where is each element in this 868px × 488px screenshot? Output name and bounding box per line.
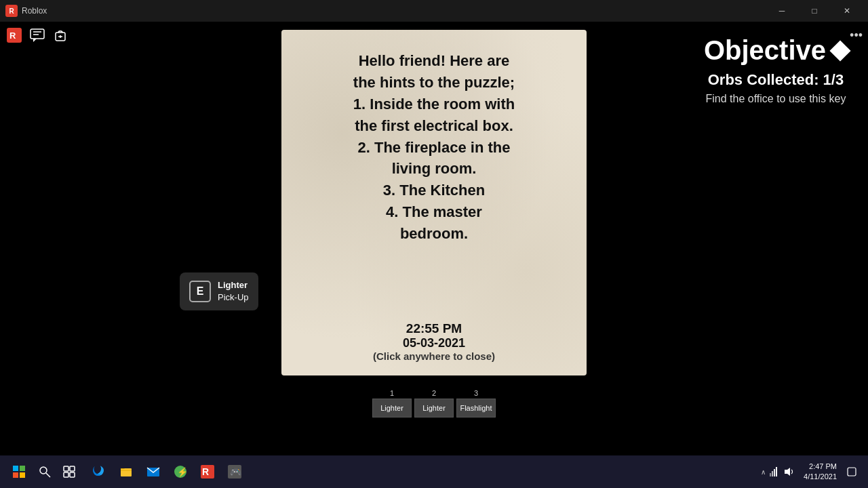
svg-rect-2	[31, 29, 44, 39]
chat-icon[interactable]	[28, 26, 46, 44]
maximize-button[interactable]: □	[799, 0, 830, 22]
window-title: Roblox	[22, 6, 766, 16]
svg-rect-9	[13, 466, 18, 471]
svg-rect-16	[70, 466, 75, 471]
pickup-info: Lighter Pick-Up	[218, 279, 249, 304]
system-clock: 2:47 PM 4/11/2021	[804, 462, 837, 483]
network-icon	[769, 466, 780, 477]
svg-text:⚡: ⚡	[177, 466, 187, 478]
pickup-prompt: E Lighter Pick-Up	[180, 272, 258, 310]
app-icon-4[interactable]: ⚡	[168, 460, 193, 484]
file-explorer-icon[interactable]	[114, 460, 138, 484]
svg-rect-27	[770, 473, 771, 476]
svg-point-13	[40, 467, 47, 474]
svg-rect-17	[64, 472, 68, 477]
window-controls: ─ □ ✕	[766, 0, 863, 22]
note-date: 05-03-2021	[373, 336, 495, 350]
roblox-taskbar-icon[interactable]: R	[195, 460, 220, 484]
pickup-action: Pick-Up	[218, 291, 249, 304]
backpack-icon[interactable]	[52, 26, 69, 44]
title-bar: R Roblox ─ □ ✕	[0, 0, 868, 22]
slot-1-label: Lighter	[372, 399, 412, 418]
tray-overflow-icon[interactable]: ∧	[761, 468, 766, 476]
game-area: Objective Orbs Collected: 1/3 Find the o…	[0, 22, 868, 455]
svg-rect-28	[772, 471, 773, 476]
minimize-button[interactable]: ─	[766, 0, 797, 22]
task-view-button[interactable]	[57, 460, 81, 484]
orbs-collected: Orbs Collected: 1/3	[704, 71, 848, 89]
close-button[interactable]: ✕	[831, 0, 863, 22]
tray-icons: ∧	[761, 466, 794, 477]
taskbar: ⚡ R 🎮 ∧	[0, 455, 868, 488]
hotbar: 1 Lighter 2 Lighter 3 Flashlight	[372, 389, 496, 418]
svg-rect-19	[121, 468, 132, 476]
app-icon-6[interactable]: 🎮	[222, 460, 247, 484]
edge-icon[interactable]	[87, 460, 111, 484]
note-paper[interactable]: Hello friend! Here are the hints to the …	[281, 30, 587, 375]
mail-icon[interactable]	[141, 460, 165, 484]
volume-icon	[783, 466, 794, 477]
slot-3-number: 3	[474, 389, 478, 397]
slot-3-label: Flashlight	[456, 399, 496, 418]
taskbar-apps: ⚡ R 🎮	[87, 460, 247, 484]
svg-rect-30	[776, 467, 777, 476]
slot-1-number: 1	[390, 389, 394, 397]
note-body: Hello friend! Here are the hints to the …	[353, 50, 515, 245]
pickup-key: E	[189, 281, 211, 302]
slot-2-label: Lighter	[414, 399, 454, 418]
game-toolbar: R	[0, 22, 75, 49]
hotbar-slot-1[interactable]: 1 Lighter	[372, 389, 412, 418]
objective-panel: Objective Orbs Collected: 1/3 Find the o…	[704, 35, 848, 105]
svg-line-14	[46, 473, 50, 477]
svg-marker-5	[33, 39, 37, 42]
note-footer: 22:55 PM 05-03-2021 (Click anywhere to c…	[373, 321, 495, 362]
search-button[interactable]	[33, 460, 57, 484]
note-time: 22:55 PM	[373, 321, 495, 336]
roblox-logo-icon[interactable]: R	[5, 26, 23, 44]
clock-time: 2:47 PM	[804, 462, 837, 472]
slot-2-number: 2	[432, 389, 436, 397]
clock-date: 4/11/2021	[804, 472, 837, 482]
find-office-text: Find the office to use this key	[704, 93, 848, 105]
svg-rect-29	[774, 469, 775, 476]
system-tray: ∧ 2:47 PM 4/11/2021	[761, 458, 863, 485]
svg-rect-11	[13, 472, 18, 478]
start-button[interactable]	[5, 458, 33, 485]
note-close-hint: (Click anywhere to close)	[373, 350, 495, 362]
objective-title: Objective	[704, 35, 848, 66]
svg-text:R: R	[202, 466, 209, 477]
diamond-icon	[829, 40, 850, 61]
svg-marker-31	[785, 468, 790, 476]
svg-rect-32	[848, 468, 856, 476]
app-icon: R	[5, 5, 18, 17]
notifications-button[interactable]	[841, 458, 863, 485]
svg-rect-18	[70, 472, 75, 477]
hotbar-slot-3[interactable]: 3 Flashlight	[456, 389, 496, 418]
hotbar-slot-2[interactable]: 2 Lighter	[414, 389, 454, 418]
pickup-item: Lighter	[218, 279, 249, 291]
svg-rect-15	[64, 466, 68, 471]
svg-text:🎮: 🎮	[230, 466, 241, 478]
more-icon: •••	[850, 28, 863, 43]
svg-text:R: R	[9, 30, 16, 41]
more-menu-button[interactable]: •••	[850, 22, 863, 49]
svg-rect-10	[20, 466, 25, 471]
svg-rect-12	[20, 472, 25, 478]
